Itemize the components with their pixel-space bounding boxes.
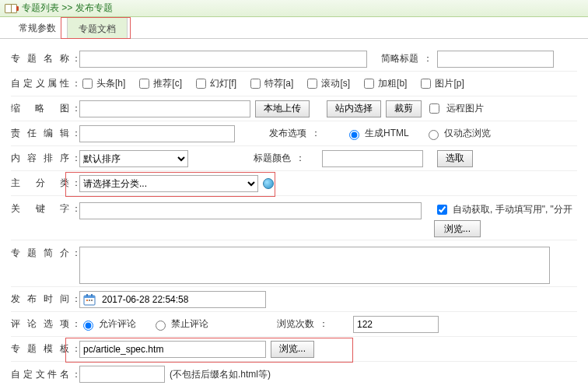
radio-forbid-input[interactable] xyxy=(156,321,166,331)
thumb-input[interactable] xyxy=(79,100,250,117)
attr-checkbox-1[interactable] xyxy=(139,79,149,89)
row-pubtime: 发布时间： xyxy=(11,287,577,312)
radio-dynonly[interactable]: 仅动态浏览 xyxy=(425,127,491,140)
attr-checkbox-6[interactable] xyxy=(421,79,431,89)
row-name: 专题名称： 简略标题： xyxy=(11,47,577,72)
attr-checkbox-0[interactable] xyxy=(82,79,93,89)
attr-item-1[interactable]: 推荐[c] xyxy=(136,76,182,91)
topic-name-input[interactable] xyxy=(79,51,367,68)
label-name: 专题名称 xyxy=(11,52,72,65)
label-attr: 自定义属性 xyxy=(11,77,72,90)
keyword-browse-button[interactable]: 浏览... xyxy=(434,220,481,237)
label-template: 专题模板 xyxy=(11,342,72,356)
svg-rect-3 xyxy=(91,294,93,296)
attr-item-4[interactable]: 滚动[s] xyxy=(304,76,350,91)
attr-item-2[interactable]: 幻灯[f] xyxy=(193,76,236,91)
template-input[interactable] xyxy=(79,341,266,358)
attr-item-6[interactable]: 图片[p] xyxy=(418,76,464,91)
views-input[interactable] xyxy=(353,316,439,333)
site-select-button[interactable]: 站内选择 xyxy=(327,100,381,117)
autoget-checkbox[interactable] xyxy=(437,205,447,215)
crop-button[interactable]: 裁剪 xyxy=(386,100,422,117)
row-filename: 自定文件名： (不包括后缀名如.html等) xyxy=(11,362,577,387)
intro-textarea[interactable] xyxy=(79,247,550,284)
tab-normal-params[interactable]: 常规参数 xyxy=(8,17,67,39)
editor-input[interactable] xyxy=(79,125,235,142)
label-comment: 评论选项 xyxy=(11,317,72,331)
calendar-icon[interactable] xyxy=(82,292,97,307)
maincat-select[interactable]: 请选择主分类... xyxy=(79,175,258,192)
attr-item-0[interactable]: 头条[h] xyxy=(79,76,125,91)
radio-allow-comment[interactable]: 允许评论 xyxy=(79,317,136,331)
label-pubtime: 发布时间 xyxy=(11,293,72,306)
row-sort: 内容排序： 默认排序 标题颜色： 选取 xyxy=(11,146,577,171)
row-comment: 评论选项： 允许评论 禁止评论 浏览次数： xyxy=(11,312,577,337)
label-sort: 内容排序 xyxy=(11,152,72,165)
label-remote: 远程图片 xyxy=(446,102,484,115)
book-icon xyxy=(5,4,17,13)
breadcrumb: 专题列表 >> 发布专题 xyxy=(22,2,113,15)
label-titlecolor: 标题颜色 xyxy=(244,152,291,165)
form: 专题名称： 简略标题： 自定义属性： 头条[h]推荐[c]幻灯[f]特荐[a]滚… xyxy=(0,39,588,387)
attr-checkbox-4[interactable] xyxy=(307,79,317,89)
row-template: 专题模板： 浏览... xyxy=(11,337,577,362)
keyword-input[interactable] xyxy=(79,202,422,219)
pubtime-group[interactable] xyxy=(79,291,266,308)
attr-checkbox-5[interactable] xyxy=(364,79,374,89)
autoget-label[interactable]: 自动获取, 手动填写用", "分开 xyxy=(434,202,572,217)
label-pubopt: 发布选项 xyxy=(260,127,306,140)
svg-rect-1 xyxy=(84,296,95,298)
row-attrs: 自定义属性： 头条[h]推荐[c]幻灯[f]特荐[a]滚动[s]加粗[b]图片[… xyxy=(11,72,577,96)
svg-rect-6 xyxy=(91,300,93,301)
attr-checkbox-3[interactable] xyxy=(250,79,261,89)
remote-image-checkbox[interactable] xyxy=(429,103,439,114)
tabs: 常规参数 专题文档 xyxy=(0,17,588,39)
local-upload-button[interactable]: 本地上传 xyxy=(255,100,310,117)
radio-genhtml-input[interactable] xyxy=(349,130,359,140)
label-filename: 自定文件名 xyxy=(11,368,72,381)
attr-item-5[interactable]: 加粗[b] xyxy=(361,76,407,91)
label-keyword: 关键字 xyxy=(11,202,72,216)
titlecolor-input[interactable] xyxy=(322,150,423,167)
label-editor: 责任编辑 xyxy=(11,127,72,140)
pubtime-input[interactable] xyxy=(99,292,265,307)
row-intro: 专题简介： xyxy=(11,240,577,287)
label-intro: 专题简介 xyxy=(11,247,72,260)
sort-select[interactable]: 默认排序 xyxy=(79,150,188,167)
label-thumb: 缩 略 图 xyxy=(11,102,72,115)
radio-forbid-comment[interactable]: 禁止评论 xyxy=(152,317,208,331)
filename-note: (不包括后缀名如.html等) xyxy=(170,368,271,381)
row-editor: 责任编辑： 发布选项： 生成HTML 仅动态浏览 xyxy=(11,121,577,146)
label-views: 浏览次数 xyxy=(268,317,314,331)
row-keyword: 关键字： 自动获取, 手动填写用", "分开 浏览... xyxy=(11,196,577,240)
svg-rect-2 xyxy=(86,294,88,296)
globe-icon[interactable] xyxy=(263,178,274,189)
attr-checkbox-2[interactable] xyxy=(196,79,206,89)
label-maincat: 主分类 xyxy=(11,177,72,190)
short-title-input[interactable] xyxy=(437,51,554,68)
radio-genhtml[interactable]: 生成HTML xyxy=(345,127,409,140)
pick-color-button[interactable]: 选取 xyxy=(437,150,473,167)
label-short: 简略标题 xyxy=(372,52,418,65)
row-maincat: 主分类： 请选择主分类... xyxy=(11,171,577,196)
tab-topic-doc[interactable]: 专题文档 xyxy=(67,17,128,39)
radio-dynonly-input[interactable] xyxy=(429,130,439,140)
page-header: 专题列表 >> 发布专题 xyxy=(0,0,588,17)
radio-allow-input[interactable] xyxy=(83,321,93,331)
filename-input[interactable] xyxy=(79,366,165,383)
template-browse-button[interactable]: 浏览... xyxy=(271,341,314,358)
svg-rect-4 xyxy=(86,300,88,301)
svg-rect-5 xyxy=(89,300,90,301)
attr-item-3[interactable]: 特荐[a] xyxy=(247,76,293,91)
row-thumb: 缩 略 图： 本地上传 站内选择 裁剪 远程图片 xyxy=(11,96,577,121)
